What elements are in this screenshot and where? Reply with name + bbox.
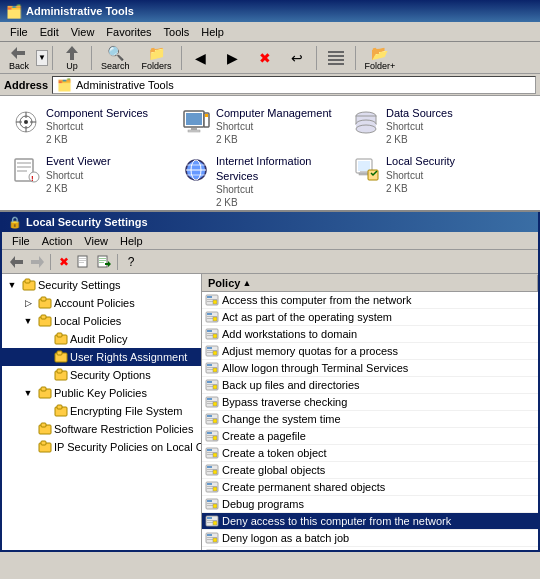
policy-row[interactable]: Deny access to this computer from the ne…	[202, 513, 538, 530]
svg-rect-46	[98, 256, 107, 267]
menu-help[interactable]: Help	[195, 25, 230, 39]
svg-marker-41	[31, 256, 44, 268]
lss-menu-view[interactable]: View	[78, 234, 114, 248]
svg-point-23	[356, 125, 376, 133]
folders-button[interactable]: 📁 Folders	[137, 42, 177, 74]
tree-item-security-options[interactable]: Security Options	[2, 366, 201, 384]
svg-rect-142	[207, 534, 212, 536]
view-details-button[interactable]	[321, 47, 351, 69]
svg-rect-117	[207, 449, 212, 451]
expand-account-policies[interactable]: ▷	[20, 295, 36, 311]
policy-row[interactable]: Back up files and directories	[202, 377, 538, 394]
svg-rect-2	[328, 51, 344, 53]
policy-row[interactable]: Create global objects	[202, 462, 538, 479]
policy-row-text: Create permanent shared objects	[222, 481, 385, 493]
icon-data-sources[interactable]: Data Sources Shortcut 2 KB	[346, 102, 516, 150]
policy-row[interactable]: Create permanent shared objects	[202, 479, 538, 496]
icon-local-security[interactable]: Local Security Shortcut 2 KB	[346, 150, 516, 212]
local-security-text: Local Security Shortcut 2 KB	[386, 154, 455, 194]
svg-rect-90	[213, 351, 217, 355]
policy-row[interactable]: Access this computer from the network	[202, 292, 538, 309]
svg-marker-0	[11, 47, 25, 59]
nav-next-icon: ▶	[225, 50, 241, 66]
svg-rect-37	[360, 171, 368, 173]
svg-rect-97	[207, 381, 212, 383]
nav-refresh-button[interactable]: ↩	[282, 47, 312, 69]
expand-public-key[interactable]: ▼	[20, 385, 36, 401]
icon-component-services[interactable]: Component Services Shortcut 2 KB	[6, 102, 176, 150]
tree-item-audit-policy[interactable]: Audit Policy	[2, 330, 201, 348]
menu-tools[interactable]: Tools	[158, 25, 196, 39]
lss-menu-file[interactable]: File	[6, 234, 36, 248]
policy-row-text: Bypass traverse checking	[222, 396, 347, 408]
up-button[interactable]: Up	[57, 42, 87, 74]
svg-rect-135	[213, 504, 217, 508]
tree-label-encrypting: Encrypting File System	[70, 405, 182, 417]
tree-item-software-restriction[interactable]: Software Restriction Policies	[2, 420, 201, 438]
nav-next-button[interactable]: ▶	[218, 47, 248, 69]
menu-view[interactable]: View	[65, 25, 101, 39]
menu-edit[interactable]: Edit	[34, 25, 65, 39]
tree-item-public-key[interactable]: ▼ Public Key Policies	[2, 384, 201, 402]
expand-security-settings[interactable]: ▼	[4, 277, 20, 293]
lss-window: 🔒 Local Security Settings File Action Vi…	[0, 212, 540, 552]
lss-help-button[interactable]: ?	[122, 253, 140, 271]
policy-row[interactable]: Allow logon through Terminal Services	[202, 360, 538, 377]
tree-item-encrypting[interactable]: Encrypting File System	[2, 402, 201, 420]
expand-encrypting	[36, 403, 52, 419]
lss-import-button[interactable]	[95, 253, 113, 271]
lss-back-button[interactable]	[8, 253, 26, 271]
explorer-title: Administrative Tools	[26, 5, 134, 17]
policy-row[interactable]: Create a token object	[202, 445, 538, 462]
svg-rect-25	[17, 162, 31, 164]
expand-local-policies[interactable]: ▼	[20, 313, 36, 329]
nav-prev-button[interactable]: ◀	[186, 47, 216, 69]
policy-row[interactable]: Bypass traverse checking	[202, 394, 538, 411]
tree-item-account-policies[interactable]: ▷ Account Policies	[2, 294, 201, 312]
icon-iis[interactable]: Internet Information Services Shortcut 2…	[176, 150, 346, 212]
policy-row-text: Add workstations to domain	[222, 328, 357, 340]
svg-text:!: !	[31, 174, 34, 183]
policy-row[interactable]: Change the system time	[202, 411, 538, 428]
nav-stop-button[interactable]: ✖	[250, 47, 280, 69]
policy-row-text: Adjust memory quotas for a process	[222, 345, 398, 357]
policy-row-text: Change the system time	[222, 413, 341, 425]
policy-row[interactable]: Deny logon as a batch job	[202, 530, 538, 547]
icon-event-viewer[interactable]: ! Event Viewer Shortcut 2 KB	[6, 150, 176, 212]
back-dropdown[interactable]: ▼	[36, 50, 48, 66]
data-sources-name: Data Sources	[386, 106, 453, 120]
policy-row[interactable]: Act as part of the operating system	[202, 309, 538, 326]
folders-btn2[interactable]: 📂 Folder+	[360, 42, 401, 74]
policy-row[interactable]: Debug programs	[202, 496, 538, 513]
dropdown-arrow: ▼	[38, 53, 46, 62]
menu-file[interactable]: File	[4, 25, 34, 39]
lss-forward-button[interactable]	[28, 253, 46, 271]
policy-row[interactable]: Add workstations to domain	[202, 326, 538, 343]
tree-item-user-rights[interactable]: User Rights Assignment	[2, 348, 201, 366]
lss-delete-button[interactable]: ✖	[55, 253, 73, 271]
tree-item-ip-security[interactable]: IP Security Policies on Local Cor	[2, 438, 201, 456]
menu-favorites[interactable]: Favorites	[100, 25, 157, 39]
policy-row[interactable]: Create a pagefile	[202, 428, 538, 445]
tree-item-local-policies[interactable]: ▼ Local Policies	[2, 312, 201, 330]
icon-security-settings	[21, 278, 37, 292]
component-services-name: Component Services	[46, 106, 148, 120]
address-input[interactable]: 🗂️ Administrative Tools	[52, 76, 536, 94]
search-button[interactable]: 🔍 Search	[96, 42, 135, 74]
lss-export-button[interactable]	[75, 253, 93, 271]
svg-rect-64	[41, 387, 46, 391]
svg-rect-52	[25, 279, 30, 283]
back-button[interactable]: Back	[4, 42, 34, 74]
policy-row-text: Allow logon through Terminal Services	[222, 362, 408, 374]
svg-rect-112	[207, 432, 212, 434]
lss-menu-action[interactable]: Action	[36, 234, 79, 248]
policy-row-icon	[204, 446, 220, 460]
svg-rect-42	[78, 256, 87, 267]
tree-item-security-settings[interactable]: ▼ Security Settings	[2, 276, 201, 294]
policy-row[interactable]: Deny logon as a service	[202, 547, 538, 550]
icon-computer-management[interactable]: Computer Management Shortcut 2 KB	[176, 102, 346, 150]
lss-menu-help[interactable]: Help	[114, 234, 149, 248]
toolbar-separator-5	[355, 46, 356, 70]
policy-column-header[interactable]: Policy ▲	[202, 275, 538, 291]
policy-row[interactable]: Adjust memory quotas for a process	[202, 343, 538, 360]
